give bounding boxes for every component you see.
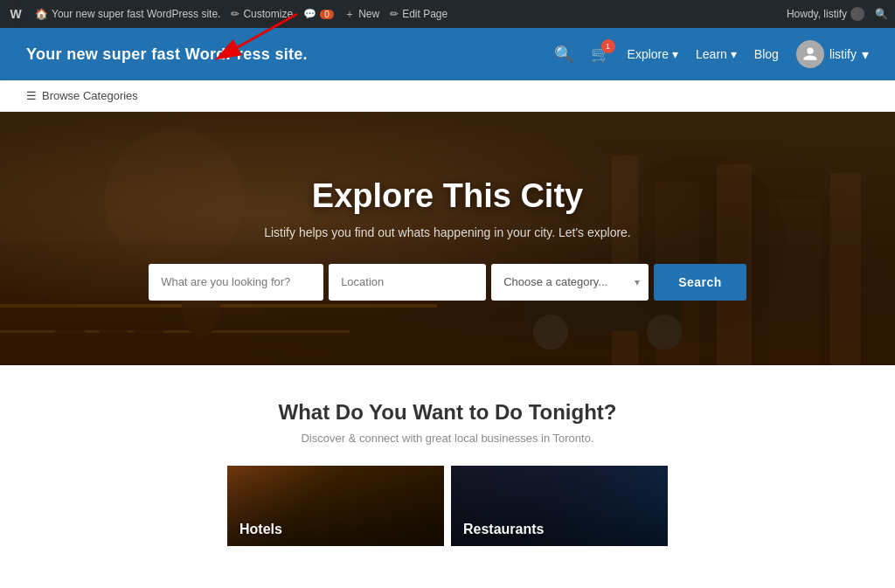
page-wrapper: W 🏠 Your new super fast WordPress site. … bbox=[0, 0, 895, 588]
explore-nav-link[interactable]: Explore ▾ bbox=[628, 47, 678, 61]
main-nav: Your new super fast WordPress site. 🔍 🛒 … bbox=[0, 28, 895, 80]
howdy-text: Howdy, listify bbox=[787, 8, 847, 20]
menu-icon: ☰ bbox=[26, 89, 37, 102]
what-subtitle: Discover & connect with great local busi… bbox=[17, 432, 878, 445]
plus-icon: ＋ bbox=[344, 7, 355, 22]
restaurants-card-label: Restaurants bbox=[463, 522, 544, 537]
comment-icon: 💬 bbox=[303, 8, 316, 20]
new-label: New bbox=[358, 8, 379, 20]
category-select-wrapper: Choose a category... Hotels Restaurants … bbox=[491, 264, 649, 301]
hotels-card-label: Hotels bbox=[239, 522, 282, 537]
svg-point-8 bbox=[647, 315, 682, 349]
house-icon: 🏠 bbox=[35, 8, 48, 20]
search-button[interactable]: Search bbox=[654, 264, 746, 301]
user-avatar bbox=[796, 40, 824, 68]
comments-link[interactable]: 💬 0 bbox=[303, 8, 334, 20]
hero-search-bar: Choose a category... Hotels Restaurants … bbox=[149, 264, 746, 301]
svg-rect-5 bbox=[830, 173, 861, 365]
what-section: What Do You Want to Do Tonight? Discover… bbox=[0, 365, 895, 564]
nav-logo[interactable]: Your new super fast WordPress site. bbox=[26, 45, 554, 64]
blog-label: Blog bbox=[754, 47, 779, 61]
comments-badge: 0 bbox=[320, 10, 334, 19]
cart-badge: 1 bbox=[601, 39, 615, 53]
nav-search-icon[interactable]: 🔍 bbox=[554, 45, 573, 64]
search-what-input[interactable] bbox=[149, 264, 323, 301]
hotels-card[interactable]: Hotels bbox=[227, 466, 444, 546]
browse-categories-button[interactable]: ☰ Browse Categories bbox=[26, 89, 138, 102]
edit-icon: ✏ bbox=[390, 8, 399, 20]
browse-categories-label: Browse Categories bbox=[42, 89, 138, 102]
explore-label: Explore bbox=[628, 47, 669, 61]
new-link[interactable]: ＋ New bbox=[344, 7, 379, 22]
hotels-card-bg: Hotels bbox=[227, 466, 444, 546]
svg-point-7 bbox=[533, 315, 568, 349]
site-name-link[interactable]: 🏠 Your new super fast WordPress site. bbox=[35, 8, 220, 20]
cart-icon-wrapper[interactable]: 🛒 1 bbox=[591, 45, 610, 64]
learn-chevron-icon: ▾ bbox=[731, 47, 737, 61]
customize-link[interactable]: ✏ Customize bbox=[231, 8, 293, 20]
blog-nav-link[interactable]: Blog bbox=[754, 47, 779, 61]
explore-chevron-icon: ▾ bbox=[672, 47, 678, 61]
howdy-link[interactable]: Howdy, listify bbox=[787, 7, 864, 21]
search-icon: 🔍 bbox=[875, 8, 888, 20]
restaurants-card[interactable]: Restaurants bbox=[451, 466, 668, 546]
wp-logo-link[interactable]: W bbox=[7, 5, 24, 23]
restaurants-card-bg: Restaurants bbox=[451, 466, 668, 546]
user-nav-item[interactable]: listify ▾ bbox=[796, 40, 869, 68]
customize-icon: ✏ bbox=[231, 8, 239, 20]
hero-content: Explore This City Listify helps you find… bbox=[149, 177, 746, 301]
svg-rect-10 bbox=[0, 330, 350, 333]
what-title: What Do You Want to Do Tonight? bbox=[17, 400, 878, 425]
category-cards-row: Hotels Restaurants bbox=[17, 466, 878, 546]
admin-search[interactable]: 🔍 bbox=[875, 8, 888, 20]
edit-page-link[interactable]: ✏ Edit Page bbox=[390, 8, 448, 20]
hero-title: Explore This City bbox=[149, 177, 746, 215]
admin-bar: W 🏠 Your new super fast WordPress site. … bbox=[0, 0, 895, 28]
user-label: listify bbox=[829, 47, 857, 61]
edit-page-label: Edit Page bbox=[402, 8, 448, 20]
hero-subtitle: Listify helps you find out whats happeni… bbox=[149, 225, 746, 239]
learn-label: Learn bbox=[696, 47, 727, 61]
user-chevron-icon: ▾ bbox=[862, 46, 869, 63]
admin-avatar bbox=[850, 7, 864, 21]
wp-icon: W bbox=[7, 5, 24, 23]
learn-nav-link[interactable]: Learn ▾ bbox=[696, 47, 737, 61]
hero-section: Explore This City Listify helps you find… bbox=[0, 112, 895, 365]
search-location-input[interactable] bbox=[329, 264, 486, 301]
customize-label: Customize bbox=[243, 8, 293, 20]
svg-rect-4 bbox=[769, 199, 822, 365]
secondary-nav: ☰ Browse Categories bbox=[0, 80, 895, 112]
category-select[interactable]: Choose a category... Hotels Restaurants bbox=[491, 264, 649, 301]
site-name-text: Your new super fast WordPress site. bbox=[52, 8, 220, 20]
